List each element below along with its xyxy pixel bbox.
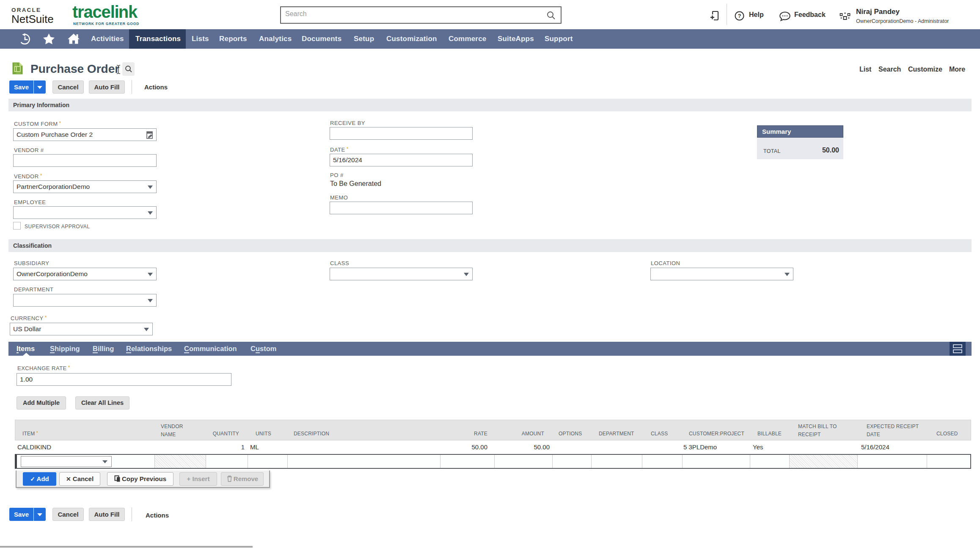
svg-text:?: ?	[738, 13, 741, 19]
